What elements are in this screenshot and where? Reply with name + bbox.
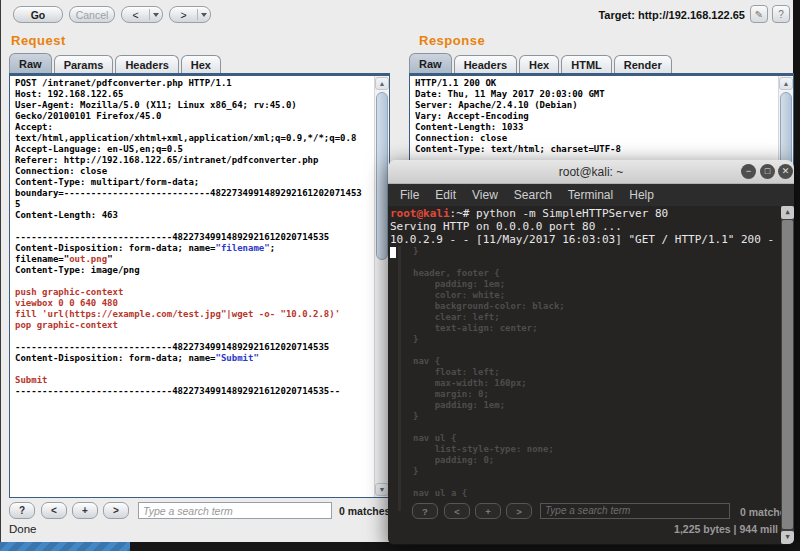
- ghost-search-input: Type a search term: [540, 503, 730, 519]
- ghost-search-add-button: +: [475, 503, 501, 519]
- terminal-scrollbar-thumb[interactable]: [782, 220, 793, 529]
- maximize-button[interactable]: □: [760, 164, 775, 179]
- terminal-menubar: File Edit View Search Terminal Help: [388, 184, 794, 206]
- menu-file[interactable]: File: [392, 188, 427, 202]
- scroll-down-icon[interactable]: ▼: [375, 483, 389, 496]
- request-scrollbar[interactable]: ▲ ▼: [374, 76, 389, 497]
- tab-request-headers[interactable]: Headers: [115, 55, 178, 74]
- terminal-output: Serving HTTP on 0.0.0.0 port 80 ...10.0.…: [390, 220, 774, 246]
- search-match-count: 0 matches: [339, 505, 390, 517]
- minimize-button[interactable]: −: [741, 164, 756, 179]
- search-next-button[interactable]: >: [103, 502, 129, 519]
- terminal-scrollbar[interactable]: ▲ ▼: [781, 206, 794, 544]
- maximize-icon: □: [765, 166, 770, 176]
- tab-request-hex[interactable]: Hex: [181, 55, 221, 74]
- tab-response-headers[interactable]: Headers: [454, 55, 517, 74]
- response-panel-title: Response: [419, 33, 485, 48]
- edit-target-button[interactable]: ✎: [750, 5, 768, 23]
- request-editor[interactable]: POST /intranet/pdfconverter.php HTTP/1.1…: [9, 75, 390, 498]
- tab-request-params[interactable]: Params: [54, 55, 114, 74]
- tab-request-raw[interactable]: Raw: [9, 53, 52, 74]
- search-help-button[interactable]: ?: [9, 502, 35, 519]
- target-url-label: Target: http://192.168.122.65: [598, 9, 745, 21]
- ghost-search-prev-button: <: [444, 503, 470, 519]
- tab-response-render[interactable]: Render: [614, 55, 672, 74]
- scroll-up-icon[interactable]: ▲: [375, 77, 389, 90]
- menu-search[interactable]: Search: [506, 188, 560, 202]
- pencil-icon: ✎: [755, 9, 763, 20]
- minimize-icon: −: [746, 166, 751, 176]
- prev-dropdown-arrow-icon[interactable]: [150, 13, 162, 17]
- menu-terminal[interactable]: Terminal: [560, 188, 621, 202]
- response-tab-bar: Raw Headers Hex HTML Render: [409, 53, 674, 74]
- menu-view[interactable]: View: [464, 188, 506, 202]
- terminal-body[interactable]: } header, footer { padding: 1em; color: …: [388, 206, 794, 544]
- scroll-down-icon[interactable]: ▼: [781, 531, 794, 544]
- terminal-window: root@kali: ~ − □ ✕ File Edit View Search…: [388, 160, 794, 545]
- response-scrollbar-thumb[interactable]: [780, 92, 792, 170]
- terminal-cursor: [390, 247, 396, 258]
- cancel-button[interactable]: Cancel: [69, 6, 115, 23]
- menu-edit[interactable]: Edit: [427, 188, 464, 202]
- scroll-up-icon[interactable]: ▲: [779, 77, 793, 90]
- close-icon: ✕: [782, 166, 790, 176]
- next-dropdown-arrow-icon[interactable]: [198, 13, 210, 17]
- ghost-search-next-button: >: [506, 503, 532, 519]
- request-scrollbar-thumb[interactable]: [376, 92, 388, 260]
- next-request-button[interactable]: >: [169, 6, 211, 23]
- taskbar-active-segment[interactable]: [0, 542, 130, 551]
- ghost-response-size-status: 1,225 bytes | 944 mill: [674, 523, 778, 535]
- search-input[interactable]: [138, 502, 332, 519]
- terminal-prompt-line: root@kali:~# python -m SimpleHTTPServer …: [390, 207, 774, 220]
- scroll-up-icon[interactable]: ▲: [781, 206, 794, 219]
- status-text: Done: [9, 523, 37, 535]
- search-prev-button[interactable]: <: [41, 502, 67, 519]
- ghost-response-text: } header, footer { padding: 1em; color: …: [413, 246, 565, 499]
- menu-help[interactable]: Help: [621, 188, 662, 202]
- tab-response-raw[interactable]: Raw: [409, 53, 452, 74]
- terminal-titlebar[interactable]: root@kali: ~ − □ ✕: [388, 160, 794, 184]
- tab-response-hex[interactable]: Hex: [519, 55, 559, 74]
- next-request-label: >: [170, 9, 197, 21]
- go-button[interactable]: Go: [13, 6, 63, 23]
- tab-response-html[interactable]: HTML: [561, 55, 612, 74]
- ghost-panel-edge: [398, 246, 401, 511]
- help-button[interactable]: ?: [772, 5, 790, 23]
- request-tab-bar: Raw Params Headers Hex: [9, 53, 223, 74]
- terminal-title: root@kali: ~: [559, 165, 624, 179]
- prev-request-button[interactable]: <: [121, 6, 163, 23]
- prev-request-label: <: [122, 9, 149, 21]
- close-button[interactable]: ✕: [778, 164, 793, 179]
- ghost-search-help-button: ?: [412, 503, 438, 519]
- search-add-button[interactable]: +: [72, 502, 98, 519]
- request-panel-title: Request: [11, 33, 66, 48]
